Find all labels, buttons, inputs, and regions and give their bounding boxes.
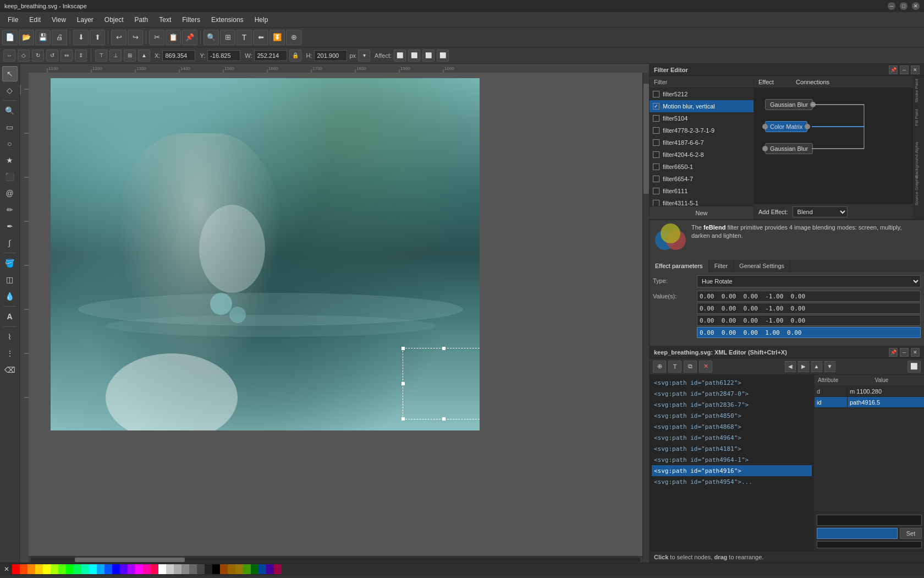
filter-editor-min[interactable]: ─ xyxy=(900,66,909,74)
affect-btn2[interactable]: ⬜ xyxy=(408,50,420,62)
export-btn[interactable]: ⬆ xyxy=(90,30,105,45)
xml-pin-btn[interactable]: 📌 xyxy=(889,348,898,357)
menu-extensions[interactable]: Extensions xyxy=(206,14,249,25)
xml-new-text-btn[interactable]: T xyxy=(668,361,681,373)
filter-checkbox[interactable] xyxy=(653,176,659,182)
add-effect-select[interactable]: Blend Color Matrix Gaussian Blur Composi… xyxy=(793,206,848,217)
xml-attr-input[interactable] xyxy=(817,515,922,526)
palette-swatch[interactable] xyxy=(128,564,135,574)
xml-node[interactable]: <svg:path id="path4916"> xyxy=(652,465,812,476)
effect-node-colormatrix[interactable]: Color Matrix xyxy=(765,121,807,132)
filter-list-item[interactable]: filter6654-7 xyxy=(650,173,754,185)
xml-next-btn[interactable]: ▶ xyxy=(798,361,809,372)
attr-row[interactable]: dm 1100.280 xyxy=(815,386,924,397)
palette-swatch[interactable] xyxy=(189,564,197,574)
undo-btn[interactable]: ↩ xyxy=(111,30,127,45)
rect-tool[interactable]: ▭ xyxy=(2,119,18,135)
matrix-row-input[interactable] xyxy=(697,327,921,338)
menu-object[interactable]: Object xyxy=(99,14,129,25)
palette-swatch[interactable] xyxy=(135,564,143,574)
palette-swatch[interactable] xyxy=(174,564,182,574)
select-tool[interactable]: ↖ xyxy=(2,66,18,81)
palette-swatch[interactable] xyxy=(151,564,158,574)
canvas-vscroll-thumb[interactable] xyxy=(644,84,649,194)
filter-checkbox[interactable] xyxy=(653,163,659,170)
effect-canvas[interactable]: Gaussian Blur Color Matrix Gaussian Blur xyxy=(754,88,913,204)
palette-swatch[interactable] xyxy=(251,564,258,574)
filter-checkbox[interactable] xyxy=(653,200,659,206)
affect-btn3[interactable]: ⬜ xyxy=(422,50,435,62)
align-left-btn[interactable]: ⬅ xyxy=(253,30,268,45)
palette-swatch[interactable] xyxy=(274,564,282,574)
tab-effect-parameters[interactable]: Effect parameters xyxy=(650,260,709,272)
palette-swatch[interactable] xyxy=(66,564,74,574)
filter-checkbox[interactable] xyxy=(653,91,659,97)
redo-btn[interactable]: ↪ xyxy=(128,30,143,45)
h-scrollbar[interactable] xyxy=(29,556,642,563)
filter-checkbox[interactable] xyxy=(653,127,659,134)
menu-layer[interactable]: Layer xyxy=(72,14,99,25)
align-center-btn[interactable]: ⏬ xyxy=(270,30,285,45)
effect-node-gaussian1[interactable]: Gaussian Blur xyxy=(765,99,813,110)
palette-swatch[interactable] xyxy=(258,564,266,574)
xml-text-area[interactable] xyxy=(817,541,922,548)
palette-swatch[interactable] xyxy=(220,564,228,574)
filter-editor-close[interactable]: ✕ xyxy=(911,66,920,74)
xml-tree[interactable]: <svg:path id="path6122"><svg:path id="pa… xyxy=(650,375,814,550)
print-btn[interactable]: 🖨 xyxy=(52,30,67,45)
effect-connector-out2[interactable] xyxy=(805,124,810,129)
filter-list-item[interactable]: filter6650-1 xyxy=(650,161,754,173)
tab-general-settings[interactable]: General Settings xyxy=(734,260,790,272)
xml-node[interactable]: <svg:path id="path4954">... xyxy=(652,476,812,487)
bucket-tool[interactable]: 🪣 xyxy=(2,255,18,271)
align-top-btn[interactable]: ⊤ xyxy=(95,50,107,62)
save-btn[interactable]: 💾 xyxy=(35,30,51,45)
import-btn[interactable]: ⬇ xyxy=(73,30,89,45)
unit-dropdown-btn[interactable]: ▾ xyxy=(358,50,370,62)
palette-swatch[interactable] xyxy=(51,564,58,574)
xml-min-btn[interactable]: ─ xyxy=(900,348,909,357)
palette-swatch[interactable] xyxy=(89,564,97,574)
h-scroll-thumb[interactable] xyxy=(75,558,185,562)
menu-path[interactable]: Path xyxy=(129,14,154,25)
palette-swatch[interactable] xyxy=(43,564,51,574)
palette-swatch[interactable] xyxy=(205,564,212,574)
menu-view[interactable]: View xyxy=(46,14,72,25)
type-select[interactable]: Hue Rotate Matrix Saturate Luminance to … xyxy=(697,275,921,287)
palette-swatch[interactable] xyxy=(243,564,251,574)
filter-checkbox[interactable] xyxy=(653,115,659,122)
xml-duplicate-btn[interactable]: ⧉ xyxy=(684,361,697,373)
canvas-viewport[interactable] xyxy=(29,73,649,563)
xml-node[interactable]: <svg:path id="path4868"> xyxy=(652,421,812,432)
xml-indent-btn[interactable]: ⬜ xyxy=(908,361,921,373)
palette-swatch[interactable] xyxy=(74,564,81,574)
palette-swatch[interactable] xyxy=(105,564,112,574)
palette-swatch[interactable] xyxy=(158,564,166,574)
palette-swatch[interactable] xyxy=(235,564,243,574)
palette-swatch[interactable] xyxy=(58,564,66,574)
palette-swatch[interactable] xyxy=(228,564,235,574)
pen-tool[interactable]: ✒ xyxy=(2,219,18,234)
filter-list-item[interactable]: ✓Motion blur, vertical xyxy=(650,100,754,112)
center-v-btn[interactable]: ⊞ xyxy=(124,50,136,62)
node-tool[interactable]: ◇ xyxy=(2,83,18,98)
filter-editor-pin[interactable]: 📌 xyxy=(889,66,898,74)
xml-node[interactable]: <svg:path id="path4964-1"> xyxy=(652,454,812,465)
xml-node[interactable]: <svg:path id="path6122"> xyxy=(652,377,812,388)
zoom-fit-btn[interactable]: ⊞ xyxy=(220,30,235,45)
node-mode-btn[interactable]: ◇ xyxy=(18,50,30,62)
tab-filter[interactable]: Filter xyxy=(709,260,734,272)
minimize-btn[interactable]: ─ xyxy=(888,2,895,10)
menu-text[interactable]: Text xyxy=(153,14,177,25)
xml-set-button[interactable]: Set xyxy=(900,528,922,539)
effect-connector-out1[interactable] xyxy=(810,102,816,107)
raise-btn[interactable]: ▲ xyxy=(138,50,150,62)
filter-list[interactable]: filter5212✓Motion blur, verticalfilter51… xyxy=(650,88,754,206)
maximize-btn[interactable]: □ xyxy=(900,2,908,10)
xml-node[interactable]: <svg:path id="path2847-0"> xyxy=(652,388,812,399)
calligraphy-tool[interactable]: ∫ xyxy=(2,235,18,250)
filter-list-item[interactable]: filter6111 xyxy=(650,185,754,197)
open-btn[interactable]: 📂 xyxy=(19,30,34,45)
text-tool-btn[interactable]: T xyxy=(237,30,252,45)
copy-btn[interactable]: 📋 xyxy=(166,30,181,45)
